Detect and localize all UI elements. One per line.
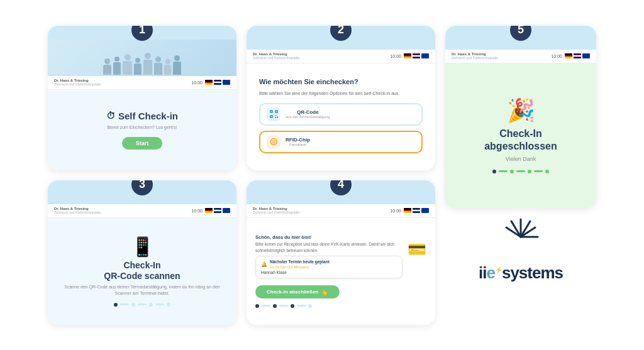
card4-instruction: Schön, dass du hier bist! — [255, 234, 402, 240]
card1-flags — [205, 80, 230, 85]
card-step5: 5 Dr. Haas & Triesing Zahnarzt und Kiefe… — [445, 26, 596, 208]
hand-icon: 👆 — [321, 288, 328, 295]
flag-gb — [214, 80, 221, 85]
card5-progress — [492, 170, 549, 173]
flag-gb — [413, 208, 420, 213]
svg-rect-10 — [275, 117, 276, 118]
team-silhouette — [103, 58, 111, 75]
flag-de — [404, 53, 411, 58]
team-silhouette — [123, 54, 132, 75]
rfid-icon — [267, 135, 280, 149]
card4-flags — [404, 208, 429, 213]
card4-sub: Bitte komm zur Reception und lass deine … — [255, 241, 402, 253]
card3-flags — [205, 208, 230, 213]
flag-gb — [574, 53, 581, 58]
svg-rect-7 — [276, 115, 277, 116]
brand-logo: ii e⚡ systems — [479, 263, 563, 283]
card2-question: Wie möchten Sie einchecken? — [259, 77, 358, 86]
card2-sub: Bitte wählen Sie eine der folgenden Opti… — [259, 90, 399, 97]
checkin-label: Check-In abschließen — [267, 289, 318, 295]
rfid-option[interactable]: RFID-Chip Farmkarte — [259, 131, 423, 153]
card5-time: 10:00 — [551, 54, 562, 58]
card3-inner-header: Dr. Haas & Triesing Zahnarzt und Kiefero… — [48, 204, 236, 218]
burst-decoration — [499, 218, 543, 258]
flag-gb — [214, 208, 221, 213]
flag-de — [205, 80, 213, 85]
step-badge-5: 5 — [510, 26, 531, 41]
card1-subtitle: Bereit zum Einchecken? Los geht's! — [107, 125, 177, 129]
card5-title: Check-Inabgeschlossen — [484, 128, 557, 151]
logo-e-styled: e⚡ — [486, 263, 501, 283]
flag-eu — [223, 80, 230, 85]
main-container: 1 — [0, 0, 644, 350]
team-silhouette — [154, 57, 162, 75]
step-badge-1: 1 — [131, 26, 153, 41]
flag-eu — [223, 208, 230, 213]
card3-clinic-sub: Zahnarzt und Kieferorthopädie — [54, 211, 101, 214]
svg-point-13 — [273, 141, 274, 143]
logo-text-ii: ii — [479, 263, 486, 283]
card5-clinic-sub: Zahnarzt und Kieferorthopädie — [452, 56, 498, 60]
card5-flags — [565, 53, 590, 58]
card2-time: 10:00 — [390, 54, 401, 58]
card-step4: 4 Dr. Haas & Triesing Zahnarzt und Kiefe… — [247, 180, 435, 325]
flag-eu — [421, 208, 429, 213]
qr-code-option[interactable]: QR-Code aus der Terminbestätigung — [259, 103, 423, 126]
svg-rect-1 — [271, 111, 272, 112]
card4-inner-header: Dr. Haas & Triesing Zahnarzt und Kiefero… — [247, 204, 435, 218]
card1-title: ⏱ Self Check-in — [106, 111, 178, 121]
notif-title: Nächster Termin heute geplant — [270, 260, 330, 264]
card3-subtitle: Scanne den QR-Code aus deiner Terminbest… — [55, 284, 229, 297]
team-silhouette — [134, 58, 142, 75]
notif-name: Hannah Klase — [261, 270, 397, 275]
rfid-option-sublabel: Farmkarte — [286, 143, 310, 146]
logo-systems: systems — [502, 263, 563, 283]
card4-time: 10:00 — [390, 209, 401, 213]
svg-rect-5 — [271, 116, 272, 117]
card-step3: 3 Dr. Haas & Triesing Zahnarzt und Kiefe… — [48, 180, 236, 325]
rfid-option-label: RFID-Chip — [286, 137, 310, 143]
card-step1: 1 — [48, 26, 236, 170]
flag-eu — [582, 53, 590, 58]
svg-rect-9 — [277, 116, 278, 118]
card2-flags — [404, 53, 429, 58]
step-badge-2: 2 — [330, 26, 352, 41]
flag-eu — [421, 53, 429, 58]
checkin-complete-icon: 🎉 — [507, 97, 535, 124]
step-badge-3: 3 — [131, 180, 153, 195]
qr-option-sublabel: aus der Terminbestätigung — [286, 115, 330, 119]
card4-progress — [255, 304, 312, 308]
rfid-card-icon: 💳 — [408, 241, 426, 258]
card4-clinic-sub: Zahnarzt und Kieferorthopädie — [253, 211, 299, 214]
card1-time: 10:00 — [191, 80, 203, 85]
team-silhouette — [113, 57, 121, 75]
flag-de — [404, 208, 411, 213]
brand-area: ii e⚡ systems — [445, 218, 596, 289]
card1-inner-header: Dr. Haas & Triesing Zahnarzt und Kiefero… — [48, 76, 236, 90]
notif-icon: 🔔 — [261, 261, 267, 267]
start-button[interactable]: Start — [122, 137, 163, 150]
qr-option-label: QR-Code — [286, 109, 330, 116]
card5-inner-header: Dr. Haas & Triesing Zahnarzt und Kiefero… — [445, 50, 596, 63]
notif-time: 11:00 Uhr (12 Minuten) — [270, 265, 330, 269]
qr-scan-icon: 📱 — [131, 236, 154, 258]
notification-card: 🔔 Nächster Termin heute geplant 11:00 Uh… — [255, 256, 402, 278]
svg-rect-8 — [275, 116, 276, 116]
card3-time: 10:00 — [191, 209, 203, 213]
svg-rect-3 — [276, 111, 277, 112]
card3-progress — [114, 303, 170, 307]
card-step2: 2 Dr. Haas & Triesing Zahnarzt und Kiefe… — [247, 26, 435, 170]
team-silhouette — [164, 59, 171, 75]
flag-de — [205, 208, 213, 213]
flag-de — [565, 53, 572, 58]
step-badge-4: 4 — [330, 180, 352, 195]
card5-subtitle: Vielen Dank — [506, 156, 536, 162]
card2-clinic-sub: Zahnarzt und Kieferorthopädie — [253, 56, 299, 60]
checkin-complete-button[interactable]: Check-In abschließen 👆 — [255, 285, 340, 298]
team-silhouette — [173, 55, 181, 75]
svg-rect-6 — [275, 115, 275, 116]
card3-title: Check-InQR-Code scannen — [104, 260, 180, 282]
flag-gb — [413, 53, 420, 58]
card1-clinic-sub: Zahnarzt und Kieferorthopädie — [54, 82, 101, 86]
qr-icon — [267, 107, 280, 121]
